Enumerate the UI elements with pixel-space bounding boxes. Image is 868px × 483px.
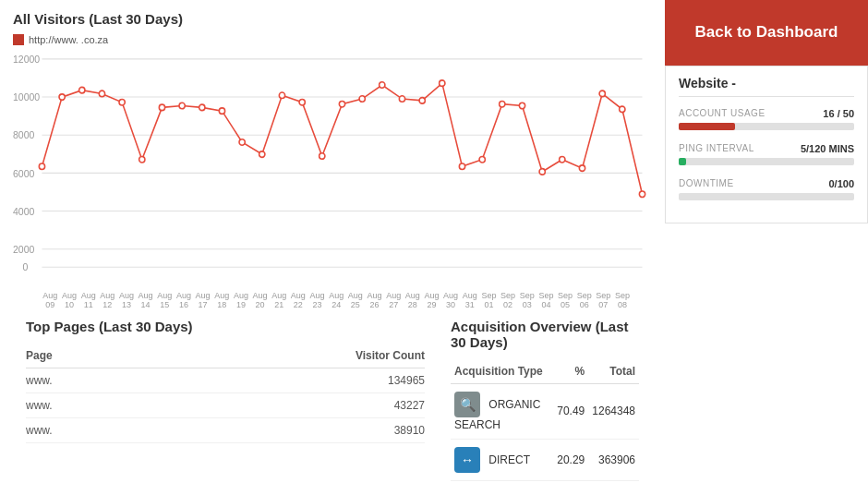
x-label: Aug31 (460, 291, 479, 309)
svg-text:8000: 8000 (13, 129, 34, 140)
svg-text:0: 0 (22, 261, 28, 272)
downtime-value: 0/100 (828, 178, 854, 189)
svg-point-37 (500, 101, 505, 107)
svg-point-41 (579, 165, 585, 172)
svg-point-40 (560, 156, 565, 163)
visitors-chart: 12000 10000 8000 6000 4000 2000 0 (13, 49, 652, 289)
svg-text:10000: 10000 (13, 91, 40, 103)
svg-point-20 (159, 104, 164, 111)
page-url: www. (26, 374, 53, 387)
account-usage-bar-bg (679, 123, 854, 130)
svg-point-22 (199, 104, 205, 111)
x-label: Aug12 (98, 291, 117, 309)
acq-type-cell: ↔ DIRECT (451, 439, 553, 480)
svg-text:4000: 4000 (13, 206, 34, 217)
chart-title: All Visitors (Last 30 Days) (13, 11, 652, 27)
ping-interval-label: PING INTERVAL (679, 143, 754, 154)
svg-point-23 (219, 108, 224, 114)
legend-label: http://www. .co.za (29, 34, 108, 45)
downtime-bar-bg (679, 193, 854, 200)
svg-point-18 (119, 99, 125, 105)
x-label: Aug15 (155, 291, 175, 309)
downtime-label: DOWNTIME (679, 178, 734, 189)
svg-point-44 (639, 191, 645, 198)
page-count: 38910 (394, 424, 425, 437)
x-label: Sep07 (594, 291, 613, 309)
svg-point-29 (339, 101, 344, 107)
svg-point-38 (519, 103, 524, 109)
svg-point-36 (479, 156, 485, 163)
website-title: Website - (679, 76, 854, 97)
x-label: Aug17 (193, 291, 212, 309)
svg-point-28 (319, 153, 325, 160)
x-label: Aug27 (384, 291, 404, 309)
downtime-row: DOWNTIME 0/100 (679, 178, 854, 200)
chart-legend: http://www. .co.za (13, 34, 652, 45)
svg-point-42 (599, 91, 605, 97)
x-label: Sep02 (499, 291, 518, 309)
x-label: Aug25 (346, 291, 366, 309)
x-label: Sep01 (479, 291, 499, 309)
x-axis-labels: Aug09Aug10Aug11Aug12Aug13Aug14Aug15Aug16… (13, 291, 652, 309)
x-label: Aug28 (403, 291, 422, 309)
x-label: Aug11 (78, 291, 98, 309)
account-usage-value: 16 / 50 (823, 108, 854, 119)
x-label: Sep04 (536, 291, 556, 309)
acq-icon: 🔍 (454, 392, 480, 417)
acq-type-label: DIRECT (488, 453, 530, 466)
x-label: Sep08 (613, 291, 633, 309)
account-usage-bar-fill (679, 123, 735, 130)
svg-point-33 (419, 98, 425, 104)
acquisition-title: Acquisition Overview (Last 30 Days) (451, 319, 639, 350)
col-type-header: Acquisition Type (451, 359, 553, 384)
acq-type-cell: 🔍 ORGANIC SEARCH (451, 384, 553, 440)
col-page: Page (26, 349, 53, 362)
x-label: Aug14 (136, 291, 155, 309)
page-count: 134965 (388, 374, 425, 387)
top-pages-header: Page Visitor Count (26, 344, 425, 368)
x-label: Aug21 (270, 291, 289, 309)
page-count: 43227 (394, 399, 425, 412)
legend-color-dot (13, 34, 24, 45)
account-usage-row: ACCOUNT USAGE 16 / 50 (679, 108, 854, 130)
svg-text:6000: 6000 (13, 168, 34, 179)
x-label: Aug30 (441, 291, 461, 309)
page-url: www. (26, 424, 53, 437)
top-pages-title: Top Pages (Last 30 Days) (26, 319, 425, 334)
svg-point-14 (39, 163, 44, 170)
website-panel: Website - ACCOUNT USAGE 16 / 50 PING INT… (665, 66, 868, 223)
acq-icon: ↔ (454, 447, 480, 473)
top-pages-row: www.38910 (26, 418, 425, 443)
ping-interval-bar-bg (679, 158, 854, 165)
acq-pct-cell: 70.49 (553, 384, 588, 440)
svg-point-30 (359, 96, 365, 103)
back-to-dashboard-button[interactable]: Back to Dashboard (665, 0, 868, 66)
acquisition-table: Acquisition Type % Total 🔍 ORGANIC SEARC… (451, 359, 639, 481)
acq-pct-cell: 20.29 (553, 439, 588, 480)
top-pages-section: Top Pages (Last 30 Days) Page Visitor Co… (13, 319, 438, 481)
x-label: Aug26 (365, 291, 384, 309)
x-label: Aug09 (41, 291, 60, 309)
top-pages-rows: www.134965www.43227www.38910 (26, 368, 425, 443)
col-pct-header: % (553, 359, 588, 384)
x-label: Sep06 (574, 291, 594, 309)
acq-total-cell: 363906 (588, 439, 639, 480)
svg-point-39 (539, 169, 545, 175)
x-label: Aug22 (289, 291, 308, 309)
page-url: www. (26, 399, 53, 412)
acq-total-cell: 1264348 (588, 384, 639, 440)
x-label: Aug29 (422, 291, 441, 309)
top-pages-row: www.134965 (26, 368, 425, 393)
x-label: Aug20 (250, 291, 270, 309)
acquisition-section: Acquisition Overview (Last 30 Days) Acqu… (438, 319, 652, 481)
ping-interval-value: 5/120 MINS (801, 143, 854, 154)
svg-point-25 (259, 151, 265, 158)
col-total-header: Total (588, 359, 639, 384)
ping-interval-bar-fill (679, 158, 686, 165)
x-label: Aug19 (232, 291, 251, 309)
svg-point-32 (399, 96, 404, 103)
acquisition-rows: 🔍 ORGANIC SEARCH 70.49 1264348 ↔ DIRECT … (451, 384, 639, 481)
x-label: Aug16 (175, 291, 194, 309)
top-pages-row: www.43227 (26, 393, 425, 418)
svg-point-24 (239, 139, 245, 146)
